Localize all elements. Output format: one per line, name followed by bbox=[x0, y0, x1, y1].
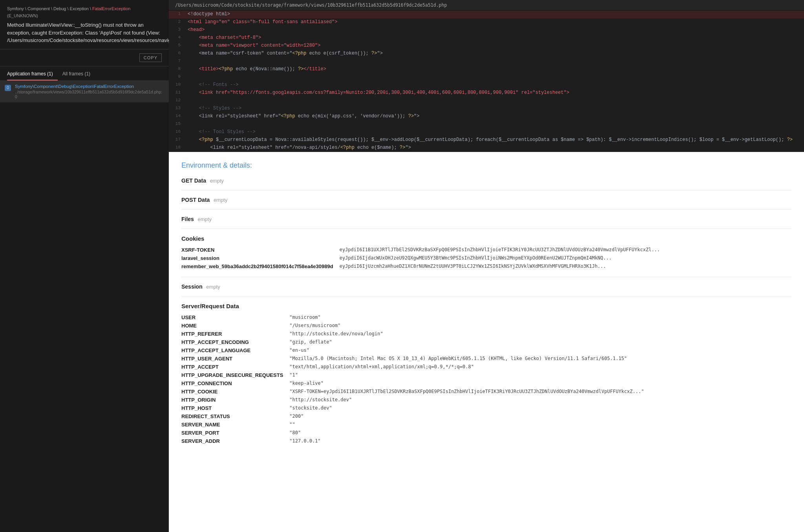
server-value: "/Users/musicroom" bbox=[289, 322, 791, 330]
frame-class: Symfony\Component\Debug\Exception\FatalE… bbox=[15, 84, 164, 89]
server-row: HTTP_COOKIE"XSRF-TOKEN=eyJpdiI6I1B1UXJRT… bbox=[181, 388, 791, 396]
server-key: HTTP_UPGRADE_INSECURE_REQUESTS bbox=[181, 371, 289, 379]
cookies-group: Cookies XSRF-TOKENeyJpdiI6I1B1UXJRTlJTbE… bbox=[181, 235, 791, 271]
cookie-value: eyJpdiI6I1B1UXJRTlJTbEl2SDVKRzBaSXFpQ0E9… bbox=[340, 246, 791, 254]
server-row: USER"musicroom" bbox=[181, 313, 791, 322]
code-line: 8 <title><?php echo e(Nova::name()); ?><… bbox=[169, 66, 804, 73]
server-value: "stocksite.dev" bbox=[289, 404, 791, 412]
cookie-row: XSRF-TOKENeyJpdiI6I1B1UXJRTlJTbEl2SDVKRz… bbox=[181, 246, 791, 254]
line-number: 7 bbox=[169, 58, 185, 66]
server-row: HTTP_USER_AGENT"Mozilla/5.0 (Macintosh; … bbox=[181, 355, 791, 363]
frame-content: Symfony\Component\Debug\Exception\FatalE… bbox=[15, 84, 164, 99]
server-row: HTTP_ACCEPT_ENCODING"gzip, deflate" bbox=[181, 338, 791, 346]
copy-area: COPY bbox=[0, 49, 169, 66]
server-row: HTTP_HOST"stocksite.dev" bbox=[181, 404, 791, 412]
post-data-label: POST Data bbox=[181, 197, 210, 203]
tab-all-frames[interactable]: All frames (1) bbox=[62, 68, 95, 80]
server-key: HTTP_ORIGIN bbox=[181, 396, 289, 404]
server-key: REDIRECT_STATUS bbox=[181, 412, 289, 420]
server-key: USER bbox=[181, 313, 289, 322]
line-number: 17 bbox=[169, 136, 185, 144]
line-code: <!doctype html> bbox=[185, 11, 804, 18]
server-value: "musicroom" bbox=[289, 313, 791, 322]
line-number: 2 bbox=[169, 18, 185, 26]
code-line: 6 <meta name="csrf-token" content="<?php… bbox=[169, 50, 804, 58]
line-code: <!-- Tool Styles --> bbox=[185, 128, 804, 136]
server-value: "XSRF-TOKEN=eyJpdiI6I1B1UXJRTlJTbEl2SDVK… bbox=[289, 388, 791, 396]
line-number: 5 bbox=[169, 42, 185, 50]
cookie-key: XSRF-TOKEN bbox=[181, 246, 340, 254]
code-line: 5 <meta name="viewport" content="width=1… bbox=[169, 42, 804, 50]
server-value: "" bbox=[289, 420, 791, 429]
code-line: 13 <!-- Styles --> bbox=[169, 105, 804, 113]
server-row: HOME"/Users/musicroom" bbox=[181, 322, 791, 330]
server-row: HTTP_ORIGIN"http://stocksite.dev" bbox=[181, 396, 791, 404]
server-key: HTTP_ACCEPT bbox=[181, 363, 289, 371]
line-code bbox=[185, 73, 804, 81]
post-data-group: POST Data empty bbox=[181, 197, 791, 203]
frames-tabs: Application frames (1) All frames (1) bbox=[0, 68, 169, 81]
line-code: <meta charset="utf-8"> bbox=[185, 34, 804, 42]
cookie-key: laravel_session bbox=[181, 254, 340, 262]
error-header: Symfony \ Component \ Debug \ Exception … bbox=[0, 0, 169, 49]
cookie-row: laravel_sessioneyJpdiI6IjdacWUxOHJzeU92Q… bbox=[181, 254, 791, 262]
files-empty: empty bbox=[198, 216, 212, 222]
server-row: HTTP_CONNECTION"keep-alive" bbox=[181, 379, 791, 388]
code-line: 1<!doctype html> bbox=[169, 11, 804, 18]
server-key: HOME bbox=[181, 322, 289, 330]
env-title: Environment & details: bbox=[181, 161, 791, 170]
line-number: 3 bbox=[169, 26, 185, 34]
line-code: <meta name="csrf-token" content="<?php e… bbox=[185, 50, 804, 58]
code-line: 7 bbox=[169, 58, 804, 66]
server-value: "127.0.0.1" bbox=[289, 437, 791, 445]
code-line: 9 bbox=[169, 73, 804, 81]
env-details: Environment & details: GET Data empty PO… bbox=[169, 152, 804, 461]
session-empty: empty bbox=[206, 284, 220, 290]
line-number: 9 bbox=[169, 73, 185, 81]
cookies-table: XSRF-TOKENeyJpdiI6I1B1UXJRTlJTbEl2SDVKRz… bbox=[181, 246, 791, 271]
code-line: 16 <!-- Tool Styles --> bbox=[169, 128, 804, 136]
cookie-key: remember_web_59ba36addc2b2f9401580f014c7… bbox=[181, 262, 340, 271]
cookie-value: eyJpdiI6IjdacWUxOHJzeU92QXgwMEU5Y3BtWmc9… bbox=[340, 254, 791, 262]
server-row: HTTP_UPGRADE_INSECURE_REQUESTS"1" bbox=[181, 371, 791, 379]
line-number: 8 bbox=[169, 66, 185, 73]
line-number: 1 bbox=[169, 11, 185, 18]
code-line: 15 bbox=[169, 121, 804, 128]
server-group: Server/Request Data USER"musicroom"HOME"… bbox=[181, 303, 791, 445]
server-row: SERVER_PORT"80" bbox=[181, 429, 791, 437]
line-code bbox=[185, 121, 804, 128]
right-panel: /Users/musicroom/Code/stocksite/storage/… bbox=[169, 0, 804, 532]
code-viewer: 1<!doctype html>2<html lang="en" class="… bbox=[169, 11, 804, 152]
server-table: USER"musicroom"HOME"/Users/musicroom"HTT… bbox=[181, 313, 791, 445]
server-key: HTTP_ACCEPT_ENCODING bbox=[181, 338, 289, 346]
line-code: <?php $__currentLoopData = Nova::availab… bbox=[185, 136, 804, 144]
line-code: <title><?php echo e(Nova::name()); ?></t… bbox=[185, 66, 804, 73]
frame-item[interactable]: 0 Symfony\Component\Debug\Exception\Fata… bbox=[0, 81, 169, 102]
server-row: HTTP_ACCEPT_LANGUAGE"en-us" bbox=[181, 346, 791, 355]
line-number: 15 bbox=[169, 121, 185, 128]
code-line: 4 <meta charset="utf-8"> bbox=[169, 34, 804, 42]
frame-file: ../storage/framework/views/10b329611effb… bbox=[15, 90, 164, 99]
line-code: <!-- Fonts --> bbox=[185, 81, 804, 89]
line-number: 4 bbox=[169, 34, 185, 42]
frame-list: 0 Symfony\Component\Debug\Exception\Fata… bbox=[0, 81, 169, 532]
copy-button[interactable]: COPY bbox=[139, 53, 162, 62]
line-code: <link href="https://fonts.googleapis.com… bbox=[185, 89, 804, 97]
line-code bbox=[185, 58, 804, 66]
server-key: HTTP_ACCEPT_LANGUAGE bbox=[181, 346, 289, 355]
error-message: Method Illuminate\View\View::__toString(… bbox=[7, 21, 162, 44]
line-number: 12 bbox=[169, 97, 185, 105]
line-number: 11 bbox=[169, 89, 185, 97]
get-data-label: GET Data bbox=[181, 177, 206, 184]
tab-application-frames[interactable]: Application frames (1) bbox=[7, 68, 58, 80]
code-line: 11 <link href="https://fonts.googleapis.… bbox=[169, 89, 804, 97]
server-row: HTTP_REFERER"http://stocksite.dev/nova/l… bbox=[181, 330, 791, 338]
get-data-group: GET Data empty bbox=[181, 177, 791, 184]
frame-dot: 0 bbox=[5, 85, 11, 91]
line-code: <link rel="stylesheet" href="/nova-api/s… bbox=[185, 144, 804, 152]
server-key: SERVER_PORT bbox=[181, 429, 289, 437]
post-data-empty: empty bbox=[214, 197, 227, 203]
server-row: HTTP_ACCEPT"text/html,application/xhtml+… bbox=[181, 363, 791, 371]
server-value: "80" bbox=[289, 429, 791, 437]
code-line: 3<head> bbox=[169, 26, 804, 34]
